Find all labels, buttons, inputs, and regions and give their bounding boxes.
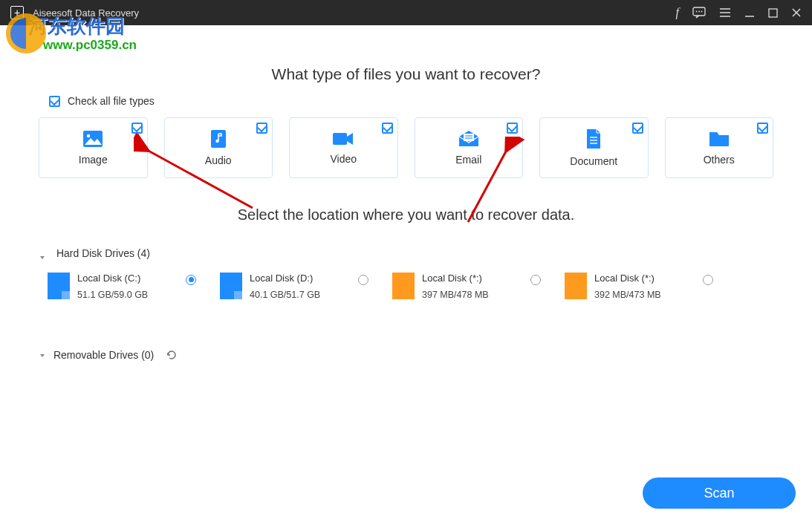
heading-location: Select the location where you want to re… (39, 206, 773, 224)
scan-button[interactable]: Scan (643, 477, 796, 509)
radio-icon[interactable] (186, 275, 196, 285)
audio-icon (209, 129, 228, 149)
drive-size: 397 MB/478 MB (422, 290, 489, 300)
card-email[interactable]: Email (415, 117, 524, 178)
heading-file-types: What type of files you want to recover? (39, 65, 773, 83)
removable-section-label: Removable Drives (0) (53, 349, 154, 361)
title-bar: Aiseesoft Data Recovery f (0, 0, 812, 25)
disk-icon (392, 273, 415, 299)
file-type-cards: Image Audio Video Email (39, 117, 773, 178)
document-icon (585, 128, 602, 149)
drive-name: Local Disk (C:) (77, 273, 140, 284)
drive-item[interactable]: Local Disk (D:) 40.1 GB/51.7 GB (220, 273, 368, 300)
drive-name: Local Disk (*:) (594, 273, 655, 284)
close-icon[interactable] (791, 7, 802, 18)
disk-icon (565, 273, 587, 299)
card-audio[interactable]: Audio (164, 117, 273, 178)
app-title: Aiseesoft Data Recovery (33, 7, 676, 19)
card-video[interactable]: Video (289, 117, 398, 178)
disk-icon (220, 273, 242, 299)
card-label: Others (704, 154, 735, 166)
image-icon (82, 130, 103, 148)
svg-point-2 (698, 11, 700, 13)
video-icon (332, 131, 354, 147)
drives-list: Local Disk (C:) 51.1 GB/59.0 GB Local Di… (39, 273, 773, 300)
maximize-icon[interactable] (768, 8, 778, 18)
drive-size: 392 MB/473 MB (594, 290, 661, 300)
radio-icon[interactable] (703, 275, 713, 285)
drive-item[interactable]: Local Disk (*:) 397 MB/478 MB (392, 273, 541, 300)
checkbox-icon (131, 123, 143, 134)
card-label: Audio (205, 154, 232, 166)
drive-item[interactable]: Local Disk (*:) 392 MB/473 MB (565, 273, 713, 300)
svg-point-12 (87, 134, 90, 137)
checkbox-icon (256, 123, 267, 134)
svg-rect-8 (769, 9, 777, 17)
drive-name: Local Disk (*:) (422, 273, 482, 284)
disk-icon (48, 273, 70, 299)
checkbox-icon (382, 123, 393, 134)
checkbox-icon (757, 123, 768, 134)
card-label: Image (79, 154, 108, 166)
radio-icon[interactable] (358, 275, 368, 285)
refresh-icon[interactable] (166, 349, 178, 361)
check-all-label: Check all file types (68, 95, 155, 107)
folder-icon (708, 130, 730, 148)
hdd-section-label: Hard Disk Drives (4) (56, 247, 150, 259)
svg-rect-16 (464, 134, 474, 141)
checkbox-icon (49, 96, 60, 107)
check-all-file-types[interactable]: Check all file types (49, 95, 773, 107)
app-logo-icon (10, 6, 24, 19)
menu-icon[interactable] (719, 7, 731, 18)
caret-down-icon[interactable]: ▼ (39, 254, 46, 260)
checkbox-icon (632, 123, 643, 134)
drive-size: 51.1 GB/59.0 GB (77, 290, 148, 300)
drive-item[interactable]: Local Disk (C:) 51.1 GB/59.0 GB (48, 273, 196, 300)
feedback-icon[interactable] (692, 7, 706, 19)
card-document[interactable]: Document (539, 117, 649, 178)
checkbox-icon (507, 123, 518, 134)
caret-down-icon[interactable]: ▼ (39, 352, 46, 358)
svg-point-1 (696, 11, 698, 13)
card-others[interactable]: Others (665, 117, 774, 178)
card-image[interactable]: Image (39, 117, 148, 178)
email-icon (458, 130, 480, 148)
card-label: Video (330, 153, 357, 165)
svg-point-3 (701, 11, 703, 13)
drive-name: Local Disk (D:) (250, 273, 313, 284)
svg-rect-15 (333, 133, 347, 145)
facebook-icon[interactable]: f (676, 6, 679, 19)
radio-icon[interactable] (530, 275, 541, 285)
minimize-icon[interactable] (744, 7, 755, 18)
drive-size: 40.1 GB/51.7 GB (250, 290, 320, 300)
svg-point-14 (215, 140, 218, 143)
card-label: Document (570, 155, 617, 167)
card-label: Email (455, 154, 481, 166)
